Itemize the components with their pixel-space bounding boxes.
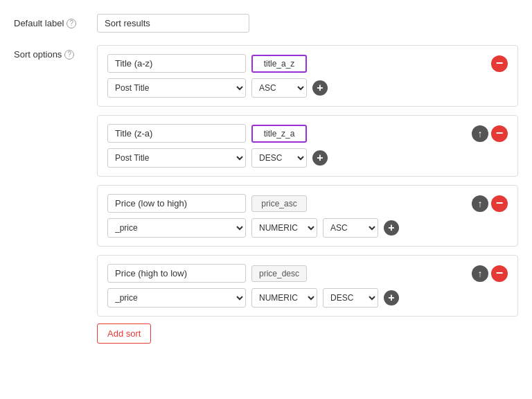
order-select[interactable]: ASCDESC [251,148,307,168]
sort-label-input[interactable] [107,54,246,73]
card-actions: − [491,55,508,72]
remove-sort-button[interactable]: − [491,265,508,282]
sort-option-row1: price_asc↑− [107,194,508,213]
type-select[interactable]: NUMERICALPHADATE [251,218,317,238]
order-select[interactable]: ASCDESC [251,78,307,98]
move-up-button[interactable]: ↑ [472,125,488,142]
sort-option-row2: Post Title_pricePost DatePost NameMenu O… [107,148,508,168]
sort-options-row: Sort options ? title_a_z−Post Title_pric… [14,45,518,344]
remove-sort-button[interactable]: − [491,195,508,212]
add-field-button[interactable]: + [312,150,328,166]
sort-options-text: Sort options [14,49,62,60]
field-select[interactable]: Post Title_pricePost DatePost NameMenu O… [107,218,246,238]
card-actions: ↑− [472,265,508,282]
move-up-button[interactable]: ↑ [472,195,488,212]
field-select[interactable]: Post Title_pricePost DatePost NameMenu O… [107,148,246,168]
order-select[interactable]: ASCDESC [323,288,378,308]
sort-options-list: title_a_z−Post Title_pricePost DatePost … [97,45,518,317]
order-select[interactable]: ASCDESC [323,218,378,238]
sort-options-label: Sort options ? [14,45,97,60]
sort-option-card: price_asc↑−Post Title_pricePost DatePost… [97,185,518,247]
add-field-button[interactable]: + [384,290,399,305]
remove-sort-button[interactable]: − [491,55,508,72]
sort-option-card: price_desc↑−Post Title_pricePost DatePos… [97,255,518,317]
sort-options-help-icon[interactable]: ? [64,50,74,60]
sort-option-card: title_a_z−Post Title_pricePost DatePost … [97,45,518,107]
add-field-button[interactable]: + [312,80,328,96]
card-actions: ↑− [472,125,508,142]
sort-option-row2: Post Title_pricePost DatePost NameMenu O… [107,288,508,308]
sort-option-row2: Post Title_pricePost DatePost NameMenu O… [107,78,508,98]
default-label-help-icon[interactable]: ? [66,19,76,28]
remove-sort-button[interactable]: − [491,125,508,142]
default-label-content [97,14,518,33]
sort-option-row2: Post Title_pricePost DatePost NameMenu O… [107,218,508,238]
sort-label-input[interactable] [107,264,246,283]
field-select[interactable]: Post Title_pricePost DatePost NameMenu O… [107,78,246,98]
default-label-text: Default label [14,18,64,28]
move-up-button[interactable]: ↑ [472,265,488,282]
sort-key-badge: title_z_a [251,125,307,143]
sort-option-row1: title_a_z− [107,54,508,73]
field-select[interactable]: Post Title_pricePost DatePost NameMenu O… [107,288,246,308]
sort-option-row1: price_desc↑− [107,264,508,283]
card-actions: ↑− [472,195,508,212]
add-sort-button[interactable]: Add sort [97,323,151,344]
sort-label-input[interactable] [107,124,246,143]
type-select[interactable]: NUMERICALPHADATE [251,288,317,308]
sort-key-badge: price_asc [251,195,307,212]
sort-option-card: title_z_a↑−Post Title_pricePost DatePost… [97,115,518,177]
default-label-input[interactable] [97,14,249,33]
default-label-row: Default label ? [14,14,518,33]
sort-key-badge: title_a_z [251,55,307,73]
sort-label-input[interactable] [107,194,246,213]
sort-option-row1: title_z_a↑− [107,124,508,143]
add-field-button[interactable]: + [384,220,399,236]
sort-options-content: title_a_z−Post Title_pricePost DatePost … [97,45,518,344]
sort-key-badge: price_desc [251,265,307,282]
default-label-label: Default label ? [14,14,97,28]
